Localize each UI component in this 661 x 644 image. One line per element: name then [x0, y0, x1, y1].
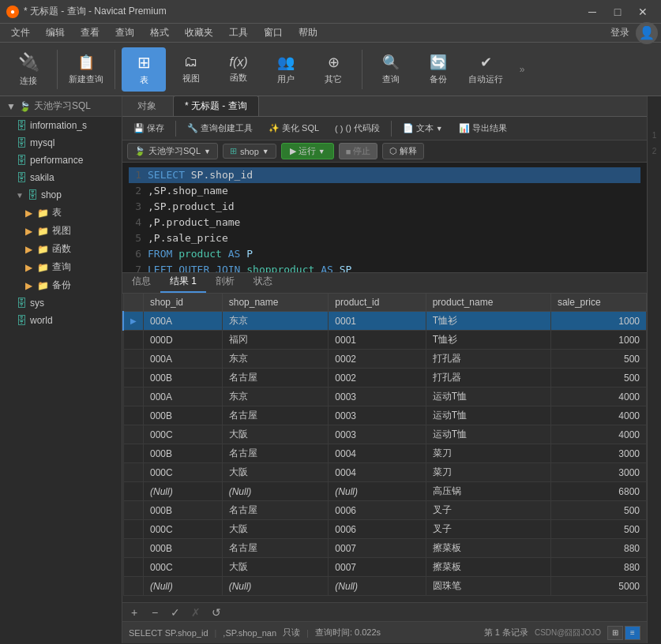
- table-row[interactable]: 000B名古屋0002打孔器500: [123, 369, 647, 388]
- menu-view[interactable]: 查看: [73, 24, 107, 41]
- toolbar-other[interactable]: ⊕ 其它: [311, 47, 355, 92]
- menu-favorites[interactable]: 收藏夹: [177, 24, 221, 41]
- menu-edit[interactable]: 编辑: [38, 24, 73, 41]
- sidebar-item-backup[interactable]: ▶ 📁 备份: [0, 276, 122, 294]
- sidebar-item-functions[interactable]: ▶ 📁 函数: [0, 240, 122, 258]
- cell-product_id: 0002: [329, 369, 426, 388]
- collapse-arrow[interactable]: ▼: [6, 101, 16, 112]
- table-row[interactable]: 000D福冈0001T恤衫1000: [123, 331, 647, 350]
- other-label: 其它: [325, 73, 342, 85]
- table-row[interactable]: ▶000A东京0001T恤衫1000: [123, 312, 647, 331]
- table-row[interactable]: 000B名古屋0007擦菜板880: [123, 539, 647, 558]
- delete-row-button[interactable]: −: [146, 605, 163, 620]
- sidebar-item-mysql[interactable]: 🗄 mysql: [0, 134, 122, 152]
- col-header-shopid[interactable]: [123, 294, 144, 312]
- row-marker: ▶: [123, 312, 144, 331]
- col-header-shopname[interactable]: shop_name: [222, 294, 329, 312]
- close-button[interactable]: ✕: [631, 4, 655, 20]
- sidebar-item-performance[interactable]: 🗄 performance: [0, 152, 122, 169]
- sidebar-item-information[interactable]: 🗄 information_s: [0, 117, 122, 134]
- cell-shop_name: 大阪: [222, 463, 329, 482]
- sidebar-item-sys[interactable]: 🗄 sys: [0, 294, 122, 312]
- sidebar-db-title: 天池学习SQL: [34, 99, 91, 113]
- tab-query[interactable]: * 无标题 - 查询: [173, 96, 259, 116]
- table-row[interactable]: 000C大阪0006叉子500: [123, 520, 647, 539]
- menu-query[interactable]: 查询: [107, 24, 142, 41]
- save-button[interactable]: 💾 保存: [127, 121, 171, 136]
- sidebar-label-information: information_s: [30, 120, 87, 131]
- menu-bar: 文件 编辑 查看 查询 格式 收藏夹 工具 窗口 帮助 登录 👤: [0, 24, 661, 43]
- window-controls: ─ □ ✕: [580, 4, 655, 20]
- toolbar-user[interactable]: 👥 用户: [264, 47, 308, 92]
- add-row-button[interactable]: +: [126, 605, 143, 620]
- table-row[interactable]: 000A东京0002打孔器500: [123, 350, 647, 369]
- sidebar-item-world[interactable]: 🗄 world: [0, 312, 122, 329]
- cell-sale_price: 880: [550, 558, 646, 577]
- toolbar-function[interactable]: f(x) 函数: [216, 47, 261, 92]
- sidebar-item-shop[interactable]: ▼ 🗄 shop: [0, 186, 122, 204]
- table-row[interactable]: (Null)(Null)(Null)圆珠笔5000: [123, 577, 647, 596]
- sql-line-4: 4 ,P.product_name: [129, 215, 640, 230]
- code-snippet-button[interactable]: ( ) () 代码段: [329, 121, 386, 136]
- maximize-button[interactable]: □: [606, 4, 629, 20]
- tab-object[interactable]: 对象: [126, 96, 168, 116]
- toolbar-new-query[interactable]: 📋 新建查询: [64, 47, 108, 92]
- tab-profile[interactable]: 剖析: [206, 271, 244, 293]
- table-row[interactable]: 000A东京0003运动T恤4000: [123, 388, 647, 406]
- sidebar-item-queries[interactable]: ▶ 📁 查询: [0, 258, 122, 276]
- refresh-button[interactable]: ↺: [208, 605, 225, 620]
- tab-info[interactable]: 信息: [122, 271, 160, 293]
- sidebar-item-views[interactable]: ▶ 📁 视图: [0, 222, 122, 240]
- toolbar-connect[interactable]: 🔌 连接: [6, 47, 51, 92]
- table-row[interactable]: 000C大阪0004菜刀3000: [123, 463, 647, 482]
- sidebar-label-backup: 备份: [52, 279, 71, 292]
- col-header-productid[interactable]: product_id: [329, 294, 426, 312]
- menu-tools[interactable]: 工具: [221, 24, 256, 41]
- table-row[interactable]: (Null)(Null)(Null)高压锅6800: [123, 482, 647, 501]
- sql-editor[interactable]: 1 SELECT SP.shop_id 2 ,SP.shop_name 3 ,S…: [122, 163, 647, 273]
- row-marker: [123, 520, 144, 539]
- connect-icon: 🔌: [18, 52, 39, 73]
- table-row[interactable]: 000C大阪0007擦菜板880: [123, 558, 647, 577]
- cell-shop_id: 000B: [144, 501, 223, 520]
- cell-sale_price: 500: [550, 369, 646, 388]
- toolbar-backup[interactable]: 🔄 备份: [416, 47, 460, 92]
- toolbar-autorun[interactable]: ✔ 自动运行: [464, 47, 508, 92]
- tab-status[interactable]: 状态: [244, 271, 282, 293]
- create-tool-button[interactable]: 🔧 查询创建工具: [181, 121, 259, 136]
- export-result-button[interactable]: 📊 导出结果: [453, 121, 513, 136]
- toolbar-view[interactable]: 🗂 视图: [169, 47, 213, 92]
- stop-button[interactable]: ■ 停止: [339, 143, 378, 159]
- list-view-button[interactable]: ≡: [625, 626, 640, 640]
- menu-window[interactable]: 窗口: [256, 24, 291, 41]
- menu-format[interactable]: 格式: [142, 24, 177, 41]
- table-row[interactable]: 000B名古屋0003运动T恤4000: [123, 406, 647, 425]
- db-icon-sakila: 🗄: [16, 171, 27, 184]
- login-label[interactable]: 登录: [610, 26, 629, 39]
- confirm-button[interactable]: ✓: [167, 605, 184, 620]
- table-row[interactable]: 000B名古屋0006叉子500: [123, 501, 647, 520]
- text-button[interactable]: 📄 文本 ▼: [396, 121, 449, 136]
- col-header-productname[interactable]: product_name: [426, 294, 550, 312]
- table-selector[interactable]: ⊞ shop ▼: [223, 144, 276, 159]
- tab-result1[interactable]: 结果 1: [160, 271, 206, 293]
- db-selector[interactable]: 🍃 天池学习SQL ▼: [127, 143, 218, 159]
- toolbar-query2[interactable]: 🔍 查询: [369, 47, 413, 92]
- menu-file[interactable]: 文件: [3, 24, 38, 41]
- menu-help[interactable]: 帮助: [291, 24, 325, 41]
- table-row[interactable]: 000C大阪0003运动T恤4000: [123, 425, 647, 444]
- sidebar-item-sakila[interactable]: 🗄 sakila: [0, 169, 122, 186]
- result-container[interactable]: shop_id shop_name product_id product_nam…: [122, 294, 647, 602]
- explain-button[interactable]: ⬡ 解释: [382, 143, 424, 159]
- grid-view-button[interactable]: ⊞: [607, 626, 623, 640]
- col-header-shopid-val[interactable]: shop_id: [144, 294, 223, 312]
- toolbar-table[interactable]: ⊞ 表: [122, 47, 166, 92]
- minimize-button[interactable]: ─: [580, 4, 604, 20]
- toolbar-chevron[interactable]: »: [514, 64, 530, 75]
- sidebar-item-tables[interactable]: ▶ 📁 表: [0, 204, 122, 222]
- table-row[interactable]: 000B名古屋0004菜刀3000: [123, 444, 647, 463]
- beautify-button[interactable]: ✨ 美化 SQL: [262, 121, 325, 136]
- user-avatar[interactable]: 👤: [636, 22, 658, 44]
- run-button[interactable]: ▶ 运行 ▼: [281, 143, 334, 159]
- col-header-saleprice[interactable]: sale_price: [550, 294, 646, 312]
